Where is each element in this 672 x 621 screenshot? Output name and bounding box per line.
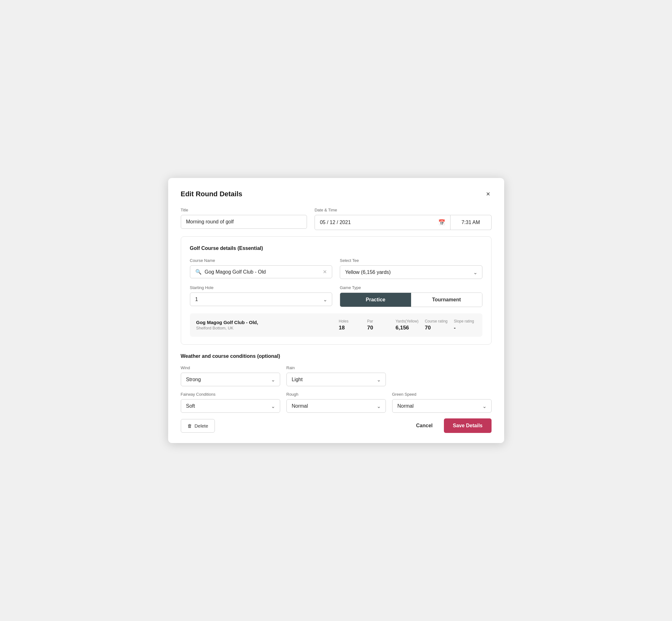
par-label: Par: [367, 319, 373, 323]
fairway-dropdown[interactable]: DryNormalSoftWet: [181, 399, 280, 413]
starting-hole-wrapper: 1234 5678 910 ⌄: [190, 292, 333, 306]
modal-title: Edit Round Details: [181, 190, 243, 198]
starting-hole-label: Starting Hole: [190, 285, 333, 290]
course-name-input[interactable]: [205, 269, 320, 275]
datetime-label: Date & Time: [314, 208, 492, 212]
golf-course-section: Golf Course details (Essential) Course N…: [181, 236, 492, 344]
title-input[interactable]: [181, 215, 307, 229]
yards-value: 6,156: [395, 325, 409, 331]
datetime-group: Date & Time 📅 7:31 AM: [314, 208, 492, 230]
fairway-group: Fairway Conditions DryNormalSoftWet ⌄: [181, 392, 280, 413]
wind-label: Wind: [181, 365, 280, 370]
select-tee-dropdown[interactable]: Yellow (6,156 yards) White Red Blue: [340, 265, 482, 279]
delete-label: Delete: [195, 423, 208, 428]
delete-button[interactable]: 🗑 Delete: [181, 419, 215, 432]
rain-label: Rain: [287, 365, 386, 370]
modal: Edit Round Details × Title Date & Time 📅…: [168, 178, 504, 443]
cancel-button[interactable]: Cancel: [411, 419, 437, 432]
date-input-wrapper: 📅: [314, 215, 451, 230]
footer-right: Cancel Save Details: [411, 418, 492, 433]
slope-rating-label: Slope rating: [454, 319, 474, 323]
time-display[interactable]: 7:31 AM: [451, 215, 492, 230]
wind-rain-row: Wind CalmLightModerate StrongVery Strong…: [181, 365, 492, 386]
calendar-icon: 📅: [438, 219, 445, 226]
course-rating-stat: Course rating 70: [418, 319, 447, 331]
green-speed-wrapper: SlowNormalFastVery Fast ⌄: [392, 399, 492, 413]
select-tee-wrapper: Yellow (6,156 yards) White Red Blue ⌄: [340, 265, 482, 279]
date-input[interactable]: [320, 220, 435, 225]
green-speed-group: Green Speed SlowNormalFastVery Fast ⌄: [392, 392, 492, 413]
yards-stat: Yards(Yellow) 6,156: [389, 319, 419, 331]
slope-rating-stat: Slope rating -: [448, 319, 476, 331]
course-rating-label: Course rating: [425, 319, 447, 323]
modal-header: Edit Round Details ×: [181, 189, 492, 199]
rain-group: Rain NoneLightModerateHeavy ⌄: [287, 365, 386, 386]
select-tee-label: Select Tee: [340, 258, 482, 263]
trash-icon: 🗑: [187, 423, 192, 428]
holes-label: Holes: [339, 319, 349, 323]
title-group: Title: [181, 208, 307, 230]
game-type-group: Game Type Practice Tournament: [340, 285, 482, 307]
starting-hole-group: Starting Hole 1234 5678 910 ⌄: [190, 285, 333, 307]
yards-label: Yards(Yellow): [395, 319, 419, 323]
wind-wrapper: CalmLightModerate StrongVery Strong ⌄: [181, 373, 280, 386]
footer-row: 🗑 Delete Cancel Save Details: [181, 418, 492, 433]
clear-icon[interactable]: ✕: [323, 269, 327, 275]
course-info-name-text: Gog Magog Golf Club - Old,: [196, 320, 333, 325]
game-type-label: Game Type: [340, 285, 482, 290]
course-rating-value: 70: [425, 325, 431, 331]
course-name-group: Course Name 🔍 ✕: [190, 258, 333, 279]
par-value: 70: [367, 325, 373, 331]
weather-section-title: Weather and course conditions (optional): [181, 354, 492, 359]
starting-hole-game-type-row: Starting Hole 1234 5678 910 ⌄ Game Type …: [190, 285, 482, 307]
holes-value: 18: [339, 325, 345, 331]
rough-group: Rough ShortNormalLongVery Long ⌄: [287, 392, 386, 413]
course-info-location: Shelford Bottom, UK: [196, 326, 333, 330]
course-info-row: Gog Magog Golf Club - Old, Shelford Bott…: [190, 313, 482, 337]
save-button[interactable]: Save Details: [444, 418, 491, 433]
title-datetime-row: Title Date & Time 📅 7:31 AM: [181, 208, 492, 230]
fairway-wrapper: DryNormalSoftWet ⌄: [181, 399, 280, 413]
spacer: [392, 365, 492, 386]
rain-wrapper: NoneLightModerateHeavy ⌄: [287, 373, 386, 386]
select-tee-group: Select Tee Yellow (6,156 yards) White Re…: [340, 258, 482, 279]
rough-label: Rough: [287, 392, 386, 397]
par-stat: Par 70: [361, 319, 389, 331]
title-label: Title: [181, 208, 307, 212]
search-icon: 🔍: [195, 269, 202, 275]
date-time-input-group: 📅 7:31 AM: [314, 215, 492, 230]
golf-course-section-title: Golf Course details (Essential): [190, 246, 482, 251]
course-info-name: Gog Magog Golf Club - Old, Shelford Bott…: [196, 320, 333, 330]
rain-dropdown[interactable]: NoneLightModerateHeavy: [287, 373, 386, 386]
tournament-toggle-button[interactable]: Tournament: [411, 293, 482, 307]
course-tee-row: Course Name 🔍 ✕ Select Tee Yellow (6,156…: [190, 258, 482, 279]
green-speed-label: Green Speed: [392, 392, 492, 397]
wind-dropdown[interactable]: CalmLightModerate StrongVery Strong: [181, 373, 280, 386]
slope-rating-value: -: [454, 325, 456, 331]
fairway-label: Fairway Conditions: [181, 392, 280, 397]
rough-dropdown[interactable]: ShortNormalLongVery Long: [287, 399, 386, 413]
weather-section: Weather and course conditions (optional)…: [181, 354, 492, 413]
starting-hole-dropdown[interactable]: 1234 5678 910: [190, 292, 333, 306]
close-button[interactable]: ×: [485, 189, 492, 199]
rough-wrapper: ShortNormalLongVery Long ⌄: [287, 399, 386, 413]
green-speed-dropdown[interactable]: SlowNormalFastVery Fast: [392, 399, 492, 413]
game-type-toggle: Practice Tournament: [340, 292, 482, 307]
course-name-label: Course Name: [190, 258, 333, 263]
fairway-rough-green-row: Fairway Conditions DryNormalSoftWet ⌄ Ro…: [181, 392, 492, 413]
practice-toggle-button[interactable]: Practice: [340, 293, 411, 307]
course-name-input-wrapper: 🔍 ✕: [190, 265, 333, 278]
wind-group: Wind CalmLightModerate StrongVery Strong…: [181, 365, 280, 386]
holes-stat: Holes 18: [333, 319, 361, 331]
